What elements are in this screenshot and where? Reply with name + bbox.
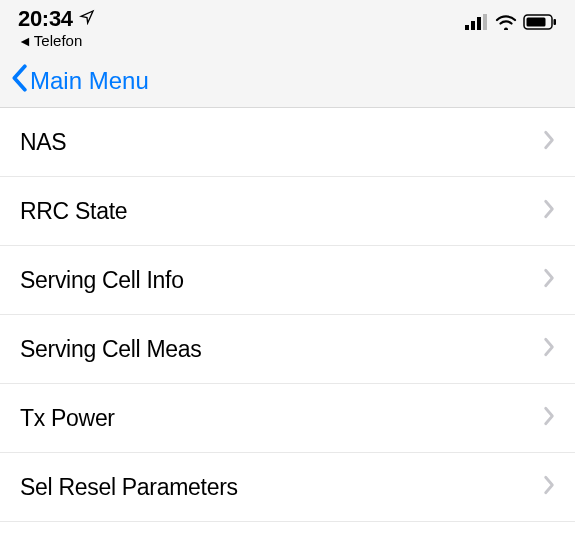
back-app-label: Telefon	[34, 32, 82, 49]
status-bar: 20:34 ◄ Telefon	[0, 0, 575, 54]
list-item-label: Serving Cell Info	[20, 267, 184, 294]
svg-rect-1	[471, 21, 475, 30]
list-item-label: Tx Power	[20, 405, 115, 432]
back-to-app-button[interactable]: ◄ Telefon	[18, 32, 95, 49]
svg-rect-5	[527, 18, 546, 27]
cellular-signal-icon	[465, 14, 489, 34]
caret-left-icon: ◄	[18, 33, 32, 49]
back-button-label: Main Menu	[30, 67, 149, 95]
chevron-right-icon	[543, 199, 555, 223]
list-item-tx-power[interactable]: Tx Power	[0, 384, 575, 453]
chevron-right-icon	[543, 337, 555, 361]
status-time: 20:34	[18, 6, 73, 32]
svg-rect-3	[483, 14, 487, 30]
chevron-right-icon	[543, 130, 555, 154]
battery-icon	[523, 14, 557, 34]
list-item-rrc-state[interactable]: RRC State	[0, 177, 575, 246]
status-bar-right	[465, 6, 557, 34]
nav-bar: Main Menu	[0, 54, 575, 108]
time-row: 20:34	[18, 6, 95, 32]
list-item-serving-cell-meas[interactable]: Serving Cell Meas	[0, 315, 575, 384]
list-item-nas[interactable]: NAS	[0, 108, 575, 177]
list-item-label: Serving Cell Meas	[20, 336, 202, 363]
chevron-right-icon	[543, 406, 555, 430]
list-item-label: NAS	[20, 129, 66, 156]
list-item-label: Sel Resel Parameters	[20, 474, 238, 501]
wifi-icon	[495, 14, 517, 34]
status-bar-left: 20:34 ◄ Telefon	[18, 6, 95, 49]
menu-list: NAS RRC State Serving Cell Info Serving …	[0, 108, 575, 522]
back-button[interactable]: Main Menu	[10, 64, 149, 98]
chevron-right-icon	[543, 268, 555, 292]
chevron-right-icon	[543, 475, 555, 499]
location-icon	[79, 9, 95, 29]
list-item-serving-cell-info[interactable]: Serving Cell Info	[0, 246, 575, 315]
list-item-sel-resel-parameters[interactable]: Sel Resel Parameters	[0, 453, 575, 522]
svg-rect-0	[465, 25, 469, 30]
list-item-label: RRC State	[20, 198, 127, 225]
svg-rect-6	[554, 19, 557, 25]
chevron-left-icon	[10, 64, 28, 98]
svg-rect-2	[477, 17, 481, 30]
